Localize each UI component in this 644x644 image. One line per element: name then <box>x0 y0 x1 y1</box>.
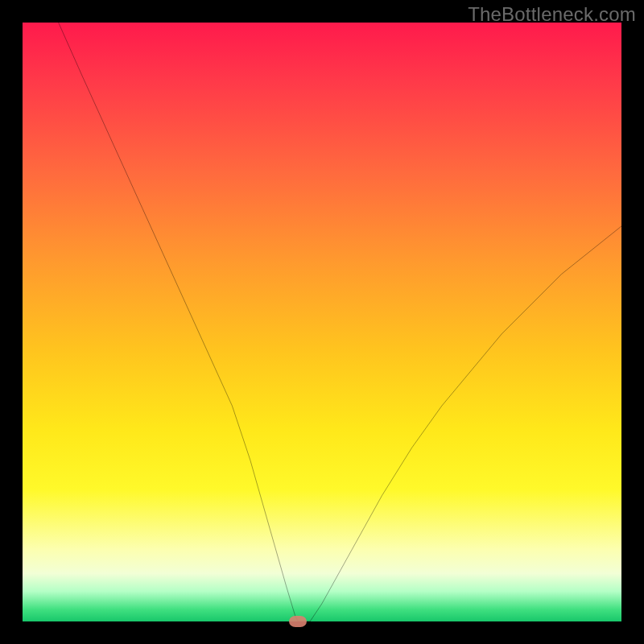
curve-svg <box>23 23 621 621</box>
chart-frame: TheBottleneck.com <box>0 0 644 644</box>
bottleneck-curve-path <box>59 23 621 621</box>
plot-area <box>23 23 621 621</box>
min-marker <box>289 616 307 627</box>
